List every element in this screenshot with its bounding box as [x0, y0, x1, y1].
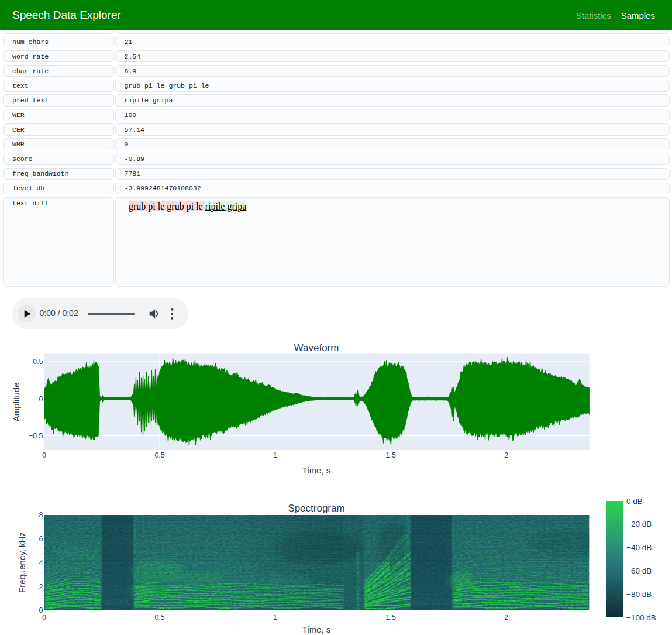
svg-text:2: 2	[504, 451, 508, 459]
svg-text:−20 dB: −20 dB	[626, 520, 652, 528]
svg-text:0.5: 0.5	[33, 358, 43, 366]
svg-text:6: 6	[39, 535, 43, 543]
svg-text:Frequency, kHz: Frequency, kHz	[17, 532, 27, 593]
svg-text:1: 1	[273, 613, 277, 622]
svg-text:4: 4	[39, 559, 43, 567]
svg-text:0: 0	[42, 451, 46, 459]
svg-text:0.5: 0.5	[154, 613, 164, 622]
svg-text:1: 1	[273, 451, 277, 459]
svg-text:Time, s: Time, s	[302, 624, 331, 634]
svg-text:2: 2	[504, 613, 508, 622]
svg-text:0 dB: 0 dB	[626, 497, 643, 506]
svg-text:−80 dB: −80 dB	[626, 590, 652, 599]
svg-text:−100 dB: −100 dB	[626, 613, 656, 622]
svg-text:Spectrogram: Spectrogram	[288, 503, 344, 514]
svg-text:2: 2	[39, 583, 43, 591]
svg-text:0.5: 0.5	[154, 451, 164, 459]
svg-text:1.5: 1.5	[386, 613, 396, 622]
svg-text:1.5: 1.5	[386, 451, 396, 459]
svg-text:0: 0	[39, 395, 43, 403]
svg-text:0: 0	[42, 613, 46, 622]
svg-text:−0.5: −0.5	[29, 432, 43, 440]
svg-text:Time, s: Time, s	[302, 465, 331, 475]
svg-text:Waveform: Waveform	[294, 342, 339, 353]
svg-text:−40 dB: −40 dB	[626, 543, 652, 552]
svg-text:Amplitude: Amplitude	[12, 382, 22, 421]
svg-text:8: 8	[39, 511, 43, 519]
svg-text:−60 dB: −60 dB	[626, 567, 652, 575]
